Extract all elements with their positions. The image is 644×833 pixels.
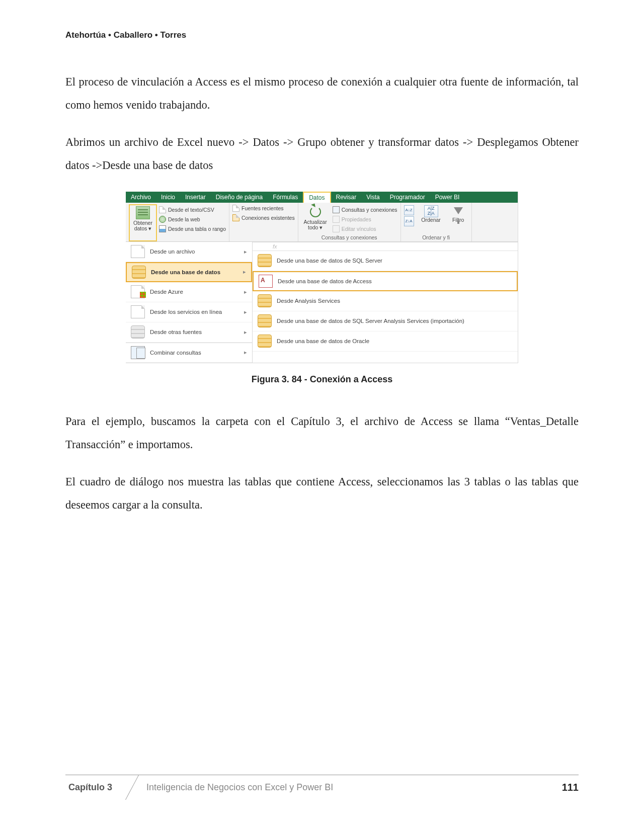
ordenar-icon: A|ZZ|A: [424, 205, 438, 217]
ordenar-button[interactable]: A|ZZ|A Ordenar: [418, 204, 444, 223]
web-icon: [159, 216, 166, 223]
menu-ssas-import[interactable]: Desde una base de datos de SQL Server An…: [253, 311, 518, 331]
file-icon: [131, 245, 145, 258]
paragraph-2: Abrimos un archivo de Excel nuevo -> Dat…: [65, 131, 579, 177]
sql-server-icon: [258, 254, 272, 267]
access-icon: [259, 275, 273, 288]
ordenar-label: Ordenar: [421, 217, 441, 223]
tabla-icon: [159, 225, 166, 232]
refresh-icon: [308, 205, 323, 218]
consultas-conexiones-label: Consultas y conexiones: [342, 207, 397, 213]
oracle-icon: [258, 335, 272, 348]
propiedades-button: Propiedades: [333, 215, 397, 224]
tab-formulas[interactable]: Fórmulas: [268, 192, 303, 203]
desde-tabla-label: Desde una tabla o rango: [168, 226, 226, 232]
obtener-datos-button[interactable]: Obtener datos ▾: [129, 204, 157, 241]
ssas-import-icon: [258, 314, 272, 327]
menu-analysis-label: Desde Analysis Services: [277, 298, 340, 304]
sort-az-button[interactable]: A↓Z: [404, 205, 414, 215]
obtener-datos-label: Obtener datos ▾: [133, 220, 152, 232]
editar-vinculos-label: Editar vínculos: [342, 226, 376, 232]
consultas-conexiones-button[interactable]: Consultas y conexiones: [333, 205, 397, 214]
actualizar-todo-label: Actualizar todo ▾: [304, 219, 327, 231]
csv-icon: [159, 206, 166, 213]
menu-combinar-label: Combinar consultas: [150, 350, 201, 356]
menu-servicios-linea[interactable]: Desde los servicios en línea: [126, 302, 252, 322]
azure-icon: [131, 285, 145, 298]
excel-ribbon-tabs: Archivo Inicio Insertar Diseño de página…: [126, 192, 518, 203]
menu-sql-label: Desde una base de datos de SQL Server: [277, 258, 382, 264]
tab-revisar[interactable]: Revisar: [331, 192, 362, 203]
footer-chapter: Capítulo 3: [65, 775, 125, 800]
database-icon: [132, 266, 146, 279]
paragraph-3: Para el ejemplo, buscamos la carpeta con…: [65, 410, 579, 456]
desde-csv-button[interactable]: Desde el texto/CSV: [159, 205, 226, 214]
tab-programador[interactable]: Programador: [385, 192, 430, 203]
menu-otras-label: Desde otras fuentes: [150, 329, 202, 335]
paragraph-1: El proceso de vinculación a Access es el…: [65, 70, 579, 117]
excel-menus: Desde un archivo Desde una base de datos…: [126, 242, 518, 363]
excel-ribbon-body: Obtener datos ▾ Desde el texto/CSV Desde…: [126, 203, 518, 242]
conexiones-icon: [232, 214, 239, 221]
footer-page-number: 111: [562, 782, 579, 793]
desde-csv-label: Desde el texto/CSV: [168, 207, 214, 213]
menu-left-column: Desde un archivo Desde una base de datos…: [126, 242, 253, 363]
desde-web-button[interactable]: Desde la web: [159, 215, 226, 224]
fx-label: fx: [273, 243, 277, 249]
tab-archivo[interactable]: Archivo: [126, 192, 156, 203]
menu-access-label: Desde una base de datos de Access: [278, 278, 372, 284]
group-ordenar-label: Ordenar y fi: [401, 234, 471, 240]
analysis-services-icon: [258, 294, 272, 307]
page-footer: Capítulo 3 Inteligencia de Negocios con …: [65, 775, 579, 800]
menu-combinar-consultas[interactable]: Combinar consultas: [126, 343, 252, 363]
tab-diseno-pagina[interactable]: Diseño de página: [211, 192, 268, 203]
desde-web-label: Desde la web: [168, 216, 200, 222]
formula-bar[interactable]: fx: [253, 242, 518, 251]
menu-ssas-label: Desde una base de datos de SQL Server An…: [277, 318, 464, 324]
menu-desde-azure-label: Desde Azure: [150, 289, 183, 295]
desde-tabla-button[interactable]: Desde una tabla o rango: [159, 224, 226, 233]
menu-access[interactable]: Desde una base de datos de Access: [253, 271, 518, 291]
tab-inicio[interactable]: Inicio: [156, 192, 180, 203]
propiedades-icon: [333, 216, 340, 223]
group-consultas-label: Consultas y conexiones: [298, 234, 400, 240]
consultas-icon: [333, 206, 340, 213]
tab-datos[interactable]: Datos: [303, 192, 331, 203]
tab-insertar[interactable]: Insertar: [180, 192, 211, 203]
menu-right-column: fx Desde una base de datos de SQL Server…: [253, 242, 518, 363]
propiedades-label: Propiedades: [342, 216, 371, 222]
fuentes-recientes-label: Fuentes recientes: [242, 205, 283, 211]
tab-vista[interactable]: Vista: [361, 192, 384, 203]
menu-desde-azure[interactable]: Desde Azure: [126, 282, 252, 302]
menu-desde-base-datos[interactable]: Desde una base de datos: [126, 262, 252, 282]
menu-analysis-services[interactable]: Desde Analysis Services: [253, 291, 518, 311]
combine-icon: [131, 346, 145, 359]
menu-otras-fuentes[interactable]: Desde otras fuentes: [126, 322, 252, 343]
vinculos-icon: [333, 225, 340, 232]
paragraph-4: El cuadro de diálogo nos muestra las tab…: [65, 470, 579, 517]
menu-oracle-label: Desde una base de datos de Oracle: [277, 338, 369, 344]
menu-desde-base-datos-label: Desde una base de datos: [151, 269, 220, 275]
fuentes-recientes-button[interactable]: Fuentes recientes: [232, 204, 295, 213]
conexiones-existentes-button[interactable]: Conexiones existentes: [232, 213, 295, 222]
editar-vinculos-button: Editar vínculos: [333, 224, 397, 233]
filtro-button[interactable]: Filtro: [448, 204, 468, 223]
footer-title: Inteligencia de Negocios con Excel y Pow…: [125, 782, 562, 793]
online-services-icon: [131, 305, 145, 318]
fuentes-recientes-icon: [232, 205, 239, 212]
conexiones-existentes-label: Conexiones existentes: [242, 215, 295, 221]
other-sources-icon: [131, 325, 145, 339]
authors-line: Atehortúa • Caballero • Torres: [65, 30, 579, 40]
menu-oracle[interactable]: Desde una base de datos de Oracle: [253, 331, 518, 352]
filter-icon: [454, 207, 463, 214]
menu-desde-archivo[interactable]: Desde un archivo: [126, 242, 252, 262]
figure-caption: Figura 3. 84 - Conexión a Access: [65, 374, 579, 385]
menu-desde-archivo-label: Desde un archivo: [150, 248, 195, 255]
sort-za-button[interactable]: Z↓A: [404, 216, 414, 226]
menu-servicios-label: Desde los servicios en línea: [150, 309, 222, 315]
menu-sql-server[interactable]: Desde una base de datos de SQL Server: [253, 251, 518, 271]
obtener-datos-icon: [136, 206, 150, 219]
excel-screenshot: Archivo Inicio Insertar Diseño de página…: [126, 192, 518, 363]
tab-power-bi[interactable]: Power BI: [430, 192, 465, 203]
